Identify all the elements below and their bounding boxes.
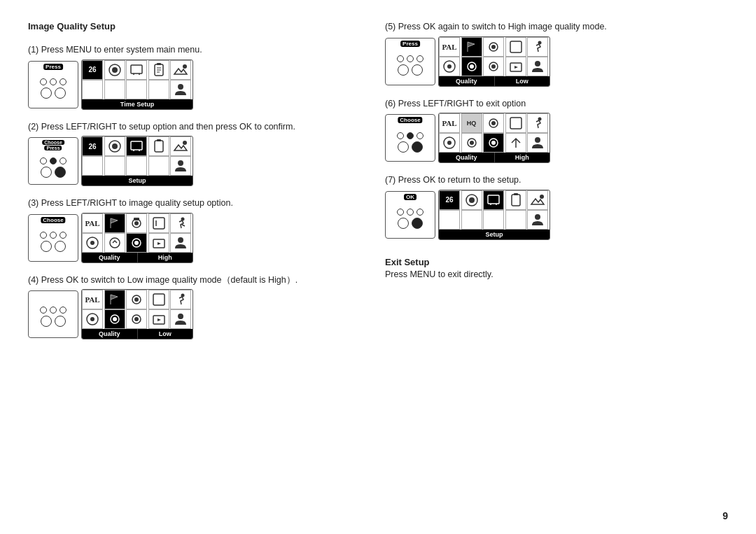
remote-5-label: Press xyxy=(400,41,420,47)
press-label: Press xyxy=(44,146,62,150)
cell7-2-2 xyxy=(461,210,482,230)
left-column: Image Quality Setup (1) Press MENU to en… xyxy=(28,21,371,520)
svg-point-57 xyxy=(535,61,540,66)
svg-rect-36 xyxy=(153,294,164,305)
menu-7: 26 xyxy=(438,190,550,240)
menu-6-footer-left: Quality xyxy=(439,153,495,162)
cell4-run xyxy=(170,290,191,309)
cell7-1-2 xyxy=(461,190,482,210)
cell5-2-3 xyxy=(483,57,504,76)
cell-2-5 xyxy=(170,80,191,99)
btn-large-1 xyxy=(41,87,52,99)
remote-2-buttons xyxy=(40,157,66,178)
cell3-2-3 xyxy=(126,233,147,253)
svg-rect-71 xyxy=(488,195,499,204)
svg-point-76 xyxy=(540,195,544,199)
remote-2: Choose Press xyxy=(28,137,78,185)
menu-6-grid: PAL HQ xyxy=(439,113,550,153)
svg-point-45 xyxy=(178,314,183,319)
menu-2-grid: 26 xyxy=(82,136,192,176)
section-header: Image Quality Setup xyxy=(28,21,371,33)
cell2-2-1 xyxy=(82,156,103,176)
menu-7-footer-text: Setup xyxy=(439,230,550,239)
exit-title: Exit Setup xyxy=(385,257,728,267)
svg-point-55 xyxy=(491,64,496,69)
menu-4: PAL xyxy=(81,289,193,339)
remote-4 xyxy=(28,290,78,338)
step-1-diagram: Press xyxy=(28,59,371,110)
remote-6-label: Choose xyxy=(398,117,422,123)
svg-point-77 xyxy=(535,214,540,220)
cell7-2-3 xyxy=(483,210,504,230)
remote-1: Press xyxy=(28,61,78,108)
svg-point-63 xyxy=(447,141,451,145)
step-5-label: Press OK again to switch to High image q… xyxy=(398,22,607,31)
menu-1: 26 xyxy=(81,59,193,110)
menu-3-footer: Quality High xyxy=(82,253,192,262)
btn-small-2 xyxy=(50,78,57,85)
svg-point-51 xyxy=(447,64,451,69)
menu-5-footer: Quality Low xyxy=(439,76,550,86)
cell4-e xyxy=(148,290,169,309)
menu-5: PAL xyxy=(438,36,550,87)
remote-7-label: OK xyxy=(404,194,416,200)
svg-point-19 xyxy=(183,141,187,145)
cell7-2-4 xyxy=(505,210,526,230)
remote-2-row2 xyxy=(41,167,66,178)
menu-5-footer-left: Quality xyxy=(439,76,495,86)
step-7: (7) Press OK to return to the setup. OK xyxy=(385,174,728,240)
cell5-2-1 xyxy=(439,57,460,76)
cell7-2-5 xyxy=(527,210,548,230)
cell7-1-4 xyxy=(505,190,526,210)
step-4-label: Press OK to switch to Low image quality … xyxy=(41,275,298,285)
step-2-diagram: Choose Press xyxy=(28,136,371,186)
svg-point-35 xyxy=(134,297,139,302)
cell-2-1 xyxy=(82,80,103,99)
cell6-2-3 xyxy=(483,133,504,153)
cell5-run xyxy=(527,37,548,57)
menu-2: 26 xyxy=(81,136,193,186)
cell4-2-1 xyxy=(82,309,103,329)
cell2-2-4 xyxy=(148,156,169,176)
cell7-1-5 xyxy=(527,190,548,210)
cell6-run xyxy=(527,113,548,133)
cell6-2-5 xyxy=(527,133,548,153)
cell4-2-2 xyxy=(104,309,125,329)
cell3-cam xyxy=(126,213,147,233)
cell6-e xyxy=(505,113,526,133)
remote-1-label: Press xyxy=(43,64,63,70)
cell3-2-5 xyxy=(170,233,191,253)
cell-1-5 xyxy=(170,60,191,80)
cell2-1-3 xyxy=(126,136,147,156)
cell7-2-1 xyxy=(439,210,460,230)
step-6: (6) Press LEFT/RIGHT to exit option Choo… xyxy=(385,98,728,164)
cell2-2-5 xyxy=(170,156,191,176)
menu-4-footer: Quality Low xyxy=(82,329,192,339)
step-2-number: (2) xyxy=(28,122,41,132)
cell6-2-1 xyxy=(439,133,460,153)
menu-5-footer-right: Low xyxy=(495,76,550,86)
remote-1-row1 xyxy=(40,78,66,85)
step-4-diagram: PAL xyxy=(28,289,371,339)
step-2: (2) Press LEFT/RIGHT to setup option and… xyxy=(28,121,371,187)
cell5-cam xyxy=(483,37,504,57)
menu-6-footer-right: High xyxy=(495,153,550,162)
menu-7-footer: Setup xyxy=(439,230,550,239)
remote-4-row1 xyxy=(40,307,66,314)
svg-point-11 xyxy=(178,84,183,90)
remote-5: Press xyxy=(385,38,435,85)
svg-rect-60 xyxy=(510,118,522,129)
svg-point-28 xyxy=(90,241,94,245)
remote-3: Choose xyxy=(28,214,78,262)
btn-s2 xyxy=(50,157,57,164)
cell3-2-1 xyxy=(82,233,103,253)
menu-2-footer: Setup xyxy=(82,176,192,185)
svg-rect-48 xyxy=(510,41,522,52)
svg-point-70 xyxy=(469,197,475,203)
step-5: (5) Press OK again to switch to High ima… xyxy=(385,21,728,87)
cell-1-2 xyxy=(104,60,125,80)
cell5-flag xyxy=(461,37,482,57)
menu-1-footer: Time Setup xyxy=(82,99,192,109)
cell6-cam xyxy=(483,113,504,133)
step-3-text: (3) Press LEFT/RIGHT to image quality se… xyxy=(28,197,371,210)
